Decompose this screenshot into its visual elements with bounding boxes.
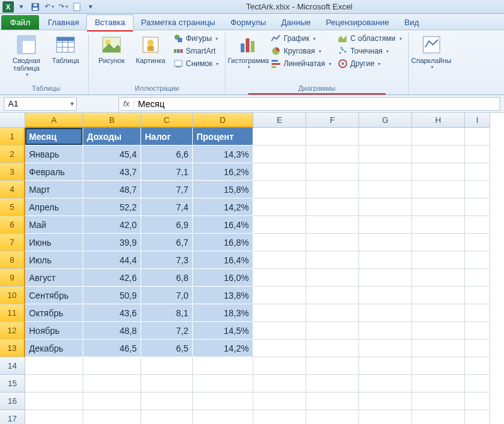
area-chart-button[interactable]: С областями▾ <box>336 33 403 44</box>
cell[interactable] <box>193 357 253 375</box>
cell[interactable]: 16,4% <box>193 251 253 269</box>
cell[interactable] <box>193 410 253 424</box>
cell[interactable] <box>465 375 490 392</box>
cell[interactable] <box>306 163 359 181</box>
cell[interactable] <box>465 340 490 357</box>
file-tab[interactable]: Файл <box>1 15 39 30</box>
cell[interactable]: 6,5 <box>141 340 193 357</box>
cell[interactable]: 42,6 <box>83 269 141 287</box>
cell[interactable] <box>412 181 465 198</box>
cell[interactable] <box>253 304 306 322</box>
cell[interactable] <box>25 375 83 392</box>
cell[interactable]: 7,2 <box>141 322 193 340</box>
cell[interactable] <box>465 128 490 146</box>
cell[interactable]: 7,7 <box>141 181 193 198</box>
cell[interactable] <box>83 357 141 375</box>
row-header[interactable]: 7 <box>0 234 25 251</box>
cells-area[interactable]: МесяцДоходыНалогПроцентЯнварь45,46,614,3… <box>25 128 490 424</box>
cell[interactable]: 7,1 <box>141 163 193 181</box>
cell[interactable]: Месяц <box>25 128 83 146</box>
cell[interactable]: 43,6 <box>83 304 141 322</box>
tab-0[interactable]: Главная <box>40 15 86 30</box>
tab-4[interactable]: Данные <box>273 15 318 30</box>
cell[interactable] <box>306 251 359 269</box>
cell[interactable]: Налог <box>141 128 193 146</box>
cell[interactable] <box>465 269 490 287</box>
cell[interactable]: 7,0 <box>141 287 193 304</box>
cell[interactable]: 8,1 <box>141 304 193 322</box>
name-box-dropdown-icon[interactable]: ▼ <box>69 101 75 107</box>
cell[interactable]: Доходы <box>83 128 141 146</box>
cell[interactable]: 48,8 <box>83 322 141 340</box>
column-header[interactable]: I <box>465 113 490 128</box>
cell[interactable]: 43,7 <box>83 163 141 181</box>
cell[interactable]: Декабрь <box>25 340 83 357</box>
row-header[interactable]: 9 <box>0 269 25 287</box>
cell[interactable] <box>83 392 141 410</box>
tab-6[interactable]: Вид <box>397 15 427 30</box>
row-header[interactable]: 11 <box>0 304 25 322</box>
column-header[interactable]: A <box>25 113 83 128</box>
cell[interactable]: 6,7 <box>141 234 193 251</box>
cell[interactable]: 52,2 <box>83 198 141 216</box>
cell[interactable] <box>465 198 490 216</box>
cell[interactable] <box>465 287 490 304</box>
cell[interactable] <box>412 410 465 424</box>
cell[interactable] <box>465 357 490 375</box>
cell[interactable] <box>253 375 306 392</box>
cell[interactable] <box>141 357 193 375</box>
formula-input[interactable]: Месяц <box>134 99 500 109</box>
cell[interactable]: Июнь <box>25 234 83 251</box>
cell[interactable] <box>306 340 359 357</box>
cell[interactable]: 39,9 <box>83 234 141 251</box>
table-button[interactable]: Таблица <box>48 33 83 66</box>
cell[interactable] <box>83 375 141 392</box>
cell[interactable] <box>83 410 141 424</box>
cell[interactable] <box>359 410 412 424</box>
cell[interactable] <box>253 234 306 251</box>
tab-2[interactable]: Разметка страницы <box>134 15 223 30</box>
cell[interactable]: Август <box>25 269 83 287</box>
pivot-table-button[interactable]: Сводная таблица ▾ <box>9 33 44 79</box>
cell[interactable] <box>359 375 412 392</box>
cell[interactable]: 6,9 <box>141 216 193 234</box>
cell[interactable] <box>465 216 490 234</box>
row-header[interactable]: 6 <box>0 216 25 234</box>
cell[interactable] <box>465 234 490 251</box>
cell[interactable] <box>412 163 465 181</box>
cell[interactable]: 6,8 <box>141 269 193 287</box>
row-header[interactable]: 15 <box>0 375 25 392</box>
shapes-button[interactable]: Фигуры▾ <box>172 33 220 44</box>
cell[interactable] <box>306 181 359 198</box>
cell[interactable] <box>253 287 306 304</box>
cell[interactable] <box>359 128 412 146</box>
tab-1[interactable]: Вставка <box>86 14 133 30</box>
cell[interactable] <box>253 128 306 146</box>
cell[interactable] <box>359 357 412 375</box>
tab-3[interactable]: Формулы <box>223 15 274 30</box>
cell[interactable] <box>306 304 359 322</box>
cell[interactable] <box>359 322 412 340</box>
picture-button[interactable]: Рисунок <box>94 33 129 66</box>
cell[interactable] <box>412 340 465 357</box>
histogram-button[interactable]: Гистограмма ▾ <box>231 33 266 71</box>
cell[interactable]: 14,5% <box>193 322 253 340</box>
cell[interactable] <box>306 322 359 340</box>
cell[interactable]: 16,8% <box>193 234 253 251</box>
cell[interactable]: 44,4 <box>83 251 141 269</box>
cell[interactable] <box>306 128 359 146</box>
cell[interactable] <box>141 392 193 410</box>
screenshot-button[interactable]: Снимок▾ <box>172 58 220 69</box>
cell[interactable]: Июль <box>25 251 83 269</box>
cell[interactable] <box>306 287 359 304</box>
new-doc-icon[interactable] <box>71 1 83 13</box>
undo-icon[interactable]: ↶▾ <box>43 1 55 13</box>
cell[interactable]: 16,2% <box>193 163 253 181</box>
cell[interactable]: 46,5 <box>83 340 141 357</box>
save-icon[interactable] <box>29 1 42 13</box>
column-header[interactable]: E <box>253 113 306 128</box>
cell[interactable] <box>465 251 490 269</box>
cell[interactable] <box>359 251 412 269</box>
smartart-button[interactable]: SmartArt <box>172 45 220 57</box>
cell[interactable] <box>465 146 490 163</box>
